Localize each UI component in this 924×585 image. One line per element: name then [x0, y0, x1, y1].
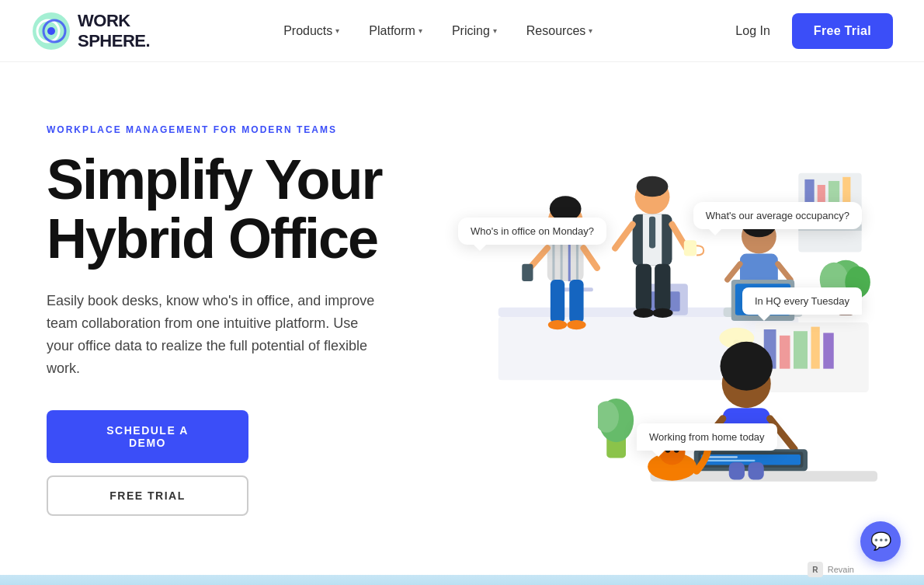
hero-section: WORKPLACE MANAGEMENT FOR MODERN TEAMS Si… [0, 62, 924, 575]
chat-widget[interactable]: 💬 [860, 521, 901, 562]
chat-bubble-4: Working from home today [637, 423, 777, 451]
nav-platform[interactable]: Platform ▾ [356, 18, 435, 44]
svg-line-38 [728, 264, 740, 280]
nav-links: Products ▾ Platform ▾ Pricing ▾ Resource… [271, 18, 605, 44]
chevron-down-icon: ▾ [419, 26, 422, 35]
svg-line-28 [615, 225, 632, 249]
svg-line-17 [584, 248, 597, 267]
chat-icon: 💬 [870, 531, 891, 552]
svg-rect-57 [780, 336, 790, 369]
chat-bubble-3: In HQ every Tuesday [742, 287, 862, 315]
chevron-down-icon: ▾ [335, 26, 339, 35]
logo[interactable]: WORKSPHERE. [31, 11, 150, 51]
login-button[interactable]: Log In [726, 18, 779, 44]
revain-badge: R Revain [808, 562, 854, 577]
svg-rect-27 [649, 217, 655, 249]
nav-actions: Log In Free Trial [726, 13, 893, 49]
bottom-bar [0, 575, 924, 585]
svg-rect-60 [823, 333, 834, 369]
hero-subtext: Easily book desks, know who's in office,… [47, 290, 388, 379]
svg-rect-32 [655, 264, 670, 312]
hero-cta-buttons: SCHEDULE A DEMO FREE TRIAL [47, 410, 419, 516]
schedule-demo-button[interactable]: SCHEDULE A DEMO [47, 410, 248, 463]
logo-text: WORKSPHERE. [78, 11, 150, 51]
svg-rect-73 [703, 460, 756, 461]
svg-point-24 [637, 176, 669, 197]
nav-resources[interactable]: Resources ▾ [514, 18, 605, 44]
nav-pricing[interactable]: Pricing ▾ [439, 18, 509, 44]
chevron-down-icon: ▾ [493, 26, 497, 35]
svg-point-21 [548, 320, 567, 329]
svg-line-39 [778, 264, 790, 280]
svg-rect-75 [749, 462, 764, 480]
nav-products[interactable]: Products ▾ [271, 18, 352, 44]
svg-point-65 [721, 342, 773, 391]
svg-rect-18 [522, 264, 533, 281]
svg-point-3 [47, 27, 55, 35]
free-trial-nav-button[interactable]: Free Trial [792, 13, 893, 49]
hero-eyebrow: WORKPLACE MANAGEMENT FOR MODERN TEAMS [47, 124, 419, 135]
svg-rect-20 [569, 280, 583, 323]
hero-headline: Simplify Your Hybrid Office [47, 151, 419, 268]
chat-bubble-1: Who's in office on Monday? [458, 218, 606, 245]
chat-bubble-2: What's our average occupancy? [693, 202, 862, 229]
logo-icon [31, 11, 71, 51]
svg-rect-31 [636, 264, 651, 312]
svg-rect-58 [794, 331, 808, 368]
hero-illustration: Who's in office on Monday? What's our av… [419, 109, 877, 575]
svg-rect-59 [811, 327, 820, 369]
free-trial-hero-button[interactable]: FREE TRIAL [47, 475, 248, 516]
navbar: WORKSPHERE. Products ▾ Platform ▾ Pricin… [0, 0, 924, 62]
svg-rect-19 [551, 280, 564, 323]
revain-logo-icon: R [808, 562, 823, 577]
svg-rect-74 [729, 462, 745, 480]
svg-rect-30 [684, 240, 696, 256]
hero-content: WORKPLACE MANAGEMENT FOR MODERN TEAMS Si… [47, 109, 419, 516]
svg-point-22 [567, 320, 585, 329]
chevron-down-icon: ▾ [589, 26, 592, 35]
